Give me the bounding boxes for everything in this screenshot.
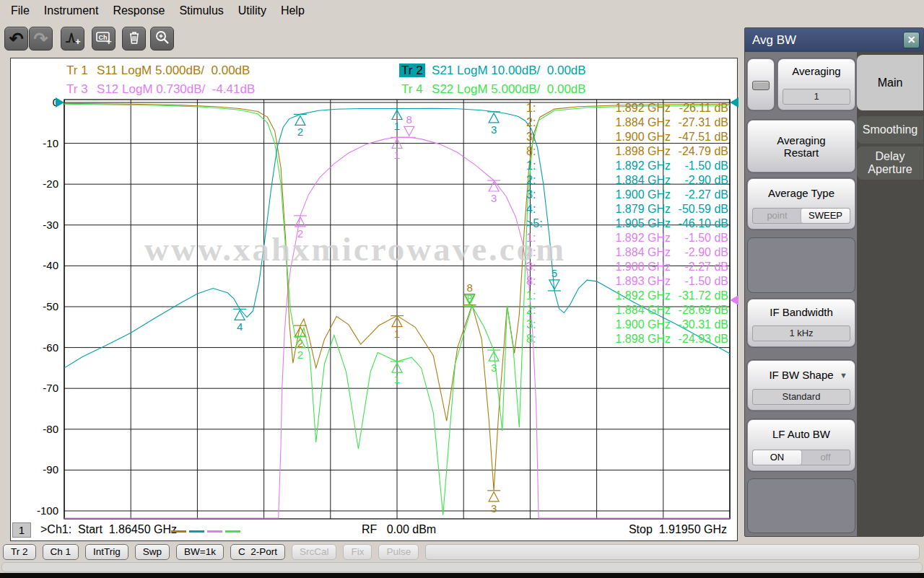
status-srccal-button: SrcCal bbox=[292, 544, 337, 560]
marker-frequency: 1.900 GHz bbox=[616, 260, 671, 273]
marker-frequency: 1.898 GHz bbox=[616, 145, 671, 158]
marker-number: 2: bbox=[526, 174, 536, 187]
marker-row: 3:1.900 GHz-47.51 dB bbox=[516, 131, 728, 145]
marker-value: -2.90 dB bbox=[685, 246, 728, 259]
menubar: FileInstrumentResponseStimulusUtilityHel… bbox=[0, 0, 924, 22]
redo-button: ↷ bbox=[29, 27, 53, 51]
undo-icon: ↶ bbox=[9, 30, 23, 48]
tab-main[interactable]: Main bbox=[857, 55, 923, 110]
marker-row: 8:1.893 GHz-1.50 dB bbox=[516, 275, 728, 289]
menu-stimulus[interactable]: Stimulus bbox=[172, 2, 230, 19]
add-channel-icon: Ch+ bbox=[95, 30, 113, 48]
lf-auto-bw-option-off[interactable]: off bbox=[801, 450, 850, 465]
tab-smoothing[interactable]: Smoothing bbox=[857, 116, 923, 144]
marker-number: 2: bbox=[526, 116, 536, 129]
trace-color-dash bbox=[207, 530, 222, 533]
averaging-restart-button[interactable]: Averaging Restart bbox=[747, 120, 855, 172]
if-bandwidth-value[interactable]: 1 kHz bbox=[752, 325, 850, 341]
marker-frequency: 1.898 GHz bbox=[616, 333, 671, 346]
marker-value: -2.90 dB bbox=[685, 174, 728, 187]
zoom-button[interactable] bbox=[150, 27, 174, 51]
panel-body: Main Smoothing Delay Aperture Averaging … bbox=[745, 52, 923, 536]
lf-auto-bw-button[interactable]: LF Auto BW ON off bbox=[747, 419, 855, 471]
status-ch-1-button[interactable]: Ch 1 bbox=[43, 544, 79, 560]
averaging-button[interactable]: Averaging 1 bbox=[777, 58, 855, 110]
if-bandwidth-button[interactable]: IF Bandwidth 1 kHz bbox=[747, 299, 855, 347]
svg-text:8: 8 bbox=[466, 281, 472, 294]
averaging-toggle-button[interactable] bbox=[747, 58, 775, 110]
marker-frequency: 1.892 GHz bbox=[616, 232, 671, 245]
tab-delay-aperture[interactable]: Delay Aperture bbox=[857, 146, 923, 180]
svg-text:4: 4 bbox=[237, 320, 243, 333]
marker-row: 4:1.879 GHz-50.59 dB bbox=[516, 203, 728, 217]
svg-text:1: 1 bbox=[394, 149, 400, 161]
status-swp-button[interactable]: Swp bbox=[135, 544, 170, 560]
svg-text:1: 1 bbox=[394, 120, 400, 132]
marker-number: 2: bbox=[526, 246, 536, 259]
marker-value: -47.51 dB bbox=[679, 131, 728, 144]
marker-value: -24.79 dB bbox=[679, 145, 728, 158]
if-bw-shape-value[interactable]: Standard bbox=[752, 389, 850, 405]
marker-row: 8:1.898 GHz-24.93 dB bbox=[516, 333, 728, 347]
marker-value: -27.31 dB bbox=[679, 116, 728, 129]
marker-row: 1:1.892 GHz-26.11 dB bbox=[516, 102, 728, 116]
menu-response[interactable]: Response bbox=[105, 2, 172, 19]
avg-bw-panel: Avg BW ✕ Main Smoothing Delay Aperture A… bbox=[744, 27, 924, 537]
ref-level-arrow bbox=[730, 295, 738, 305]
lf-auto-bw-option-on[interactable]: ON bbox=[753, 450, 801, 465]
marker-row: 3:1.900 GHz-30.31 dB bbox=[516, 318, 728, 333]
delete-icon bbox=[126, 30, 142, 48]
menu-instrument[interactable]: Instrument bbox=[37, 2, 106, 19]
marker-number: 1: bbox=[526, 159, 536, 172]
marker-value: -30.31 dB bbox=[679, 318, 728, 331]
marker-number: 3: bbox=[526, 188, 536, 201]
marker-number: 8: bbox=[526, 333, 536, 346]
marker-frequency: 1.900 GHz bbox=[616, 188, 671, 201]
zoom-icon bbox=[154, 30, 170, 48]
marker-frequency: 1.884 GHz bbox=[616, 174, 671, 187]
message-strip bbox=[1, 562, 923, 572]
status-inttrig-button[interactable]: IntTrig bbox=[85, 544, 128, 560]
channel-number-badge[interactable]: 1 bbox=[12, 522, 31, 538]
menu-utility[interactable]: Utility bbox=[231, 2, 274, 19]
add-trace-button[interactable]: + bbox=[61, 27, 84, 51]
y-axis-tick: -80 bbox=[43, 423, 58, 435]
add-trace-icon: + bbox=[64, 30, 82, 48]
if-bandwidth-label: IF Bandwidth bbox=[748, 306, 855, 318]
average-type-segmented[interactable]: point SWEEP bbox=[752, 208, 850, 224]
window-bottom-edge bbox=[0, 573, 924, 578]
delete-button[interactable] bbox=[122, 27, 146, 51]
if-bw-shape-button[interactable]: IF BW Shape ▼ Standard bbox=[747, 360, 855, 411]
status-tr-2-button[interactable]: Tr 2 bbox=[3, 544, 36, 560]
marker-row: 2:1.884 GHz-28.69 dB bbox=[516, 304, 728, 318]
marker-value: -28.69 dB bbox=[679, 304, 728, 317]
add-channel-button[interactable]: Ch+ bbox=[92, 27, 116, 51]
marker-row: 1:1.892 GHz-1.50 dB bbox=[516, 232, 728, 246]
average-type-button[interactable]: Average Type point SWEEP bbox=[747, 178, 855, 229]
marker-value: -2.27 dB bbox=[685, 188, 728, 201]
trace-color-dash bbox=[171, 530, 186, 533]
svg-text:8: 8 bbox=[406, 113, 412, 126]
close-icon[interactable]: ✕ bbox=[903, 32, 920, 48]
status-bw-1k-button[interactable]: BW=1k bbox=[176, 544, 224, 560]
marker-number: 3: bbox=[526, 260, 536, 273]
marker-number: 4: bbox=[526, 203, 536, 216]
svg-text:3: 3 bbox=[491, 502, 497, 514]
marker-number: 3: bbox=[526, 131, 536, 144]
menu-help[interactable]: Help bbox=[274, 2, 312, 19]
average-type-option-sweep[interactable]: SWEEP bbox=[801, 209, 850, 223]
rf-power-label: RF 0.00 dBm bbox=[362, 523, 436, 536]
lf-auto-bw-segmented[interactable]: ON off bbox=[752, 450, 850, 465]
statusbar: Tr 2Ch 1IntTrigSwpBW=1kC 2-PortSrcCalFix… bbox=[0, 543, 924, 561]
status-c-2-port-button[interactable]: C 2-Port bbox=[230, 544, 285, 560]
marker-value: -26.11 dB bbox=[679, 102, 728, 115]
svg-text:1: 1 bbox=[394, 373, 400, 385]
averaging-value[interactable]: 1 bbox=[783, 89, 850, 105]
menu-file[interactable]: File bbox=[4, 2, 37, 19]
svg-text:2: 2 bbox=[297, 349, 303, 361]
average-type-option-point[interactable]: point bbox=[753, 209, 801, 223]
undo-button[interactable]: ↶ bbox=[4, 27, 28, 51]
marker-row: 1:1.892 GHz-1.50 dB bbox=[516, 159, 728, 174]
marker-value: -1.50 dB bbox=[685, 275, 728, 288]
marker-number: 1: bbox=[526, 232, 536, 245]
